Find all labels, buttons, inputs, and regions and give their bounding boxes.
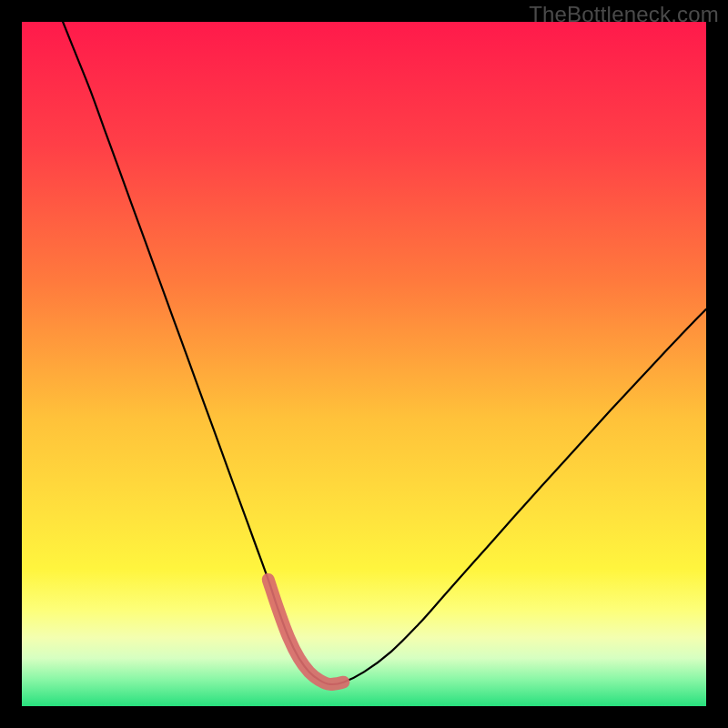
gradient-background [22, 22, 706, 706]
chart-area [22, 22, 706, 706]
watermark-text: TheBottleneck.com [529, 2, 719, 27]
outer-frame: TheBottleneck.com [0, 0, 728, 728]
chart-svg [22, 22, 706, 706]
